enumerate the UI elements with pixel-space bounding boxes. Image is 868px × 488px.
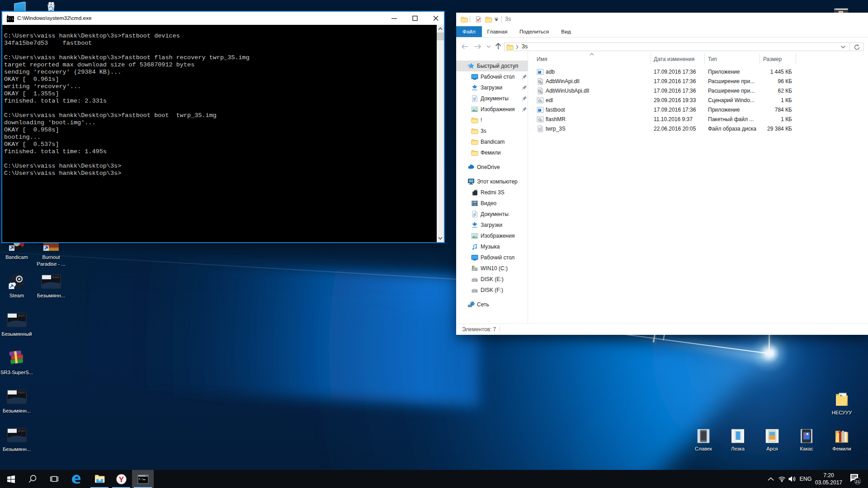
svg-text:Y: Y xyxy=(118,475,124,483)
svg-text:21: 21 xyxy=(855,479,860,484)
svg-text:C:\: C:\ xyxy=(139,478,144,481)
svg-text:C:\: C:\ xyxy=(7,17,14,21)
